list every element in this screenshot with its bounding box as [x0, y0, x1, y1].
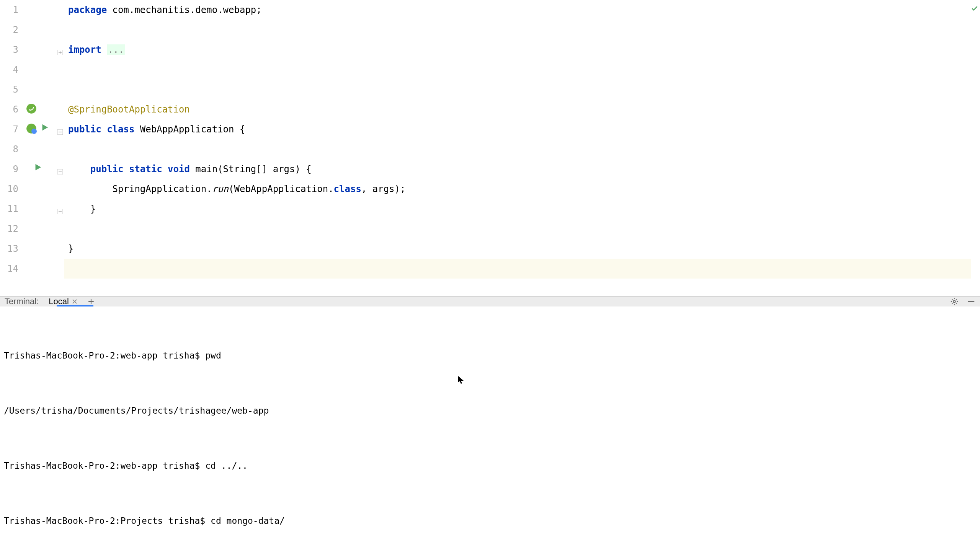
terminal-title: Terminal:: [5, 297, 39, 306]
editor-pane: 1 2 3 4 5 6 7 8 9 10 11 12 13 14: [0, 0, 980, 296]
editor-gutter: 1 2 3 4 5 6 7 8 9 10 11 12 13 14: [0, 0, 64, 296]
line-number: 11: [0, 199, 18, 219]
line-number: 2: [0, 20, 18, 40]
line-number: 9: [0, 159, 18, 179]
fold-expand-icon[interactable]: [57, 47, 63, 52]
terminal-pane: Terminal: Local + Trishas-MacBook-Pro-2:…: [0, 296, 980, 537]
close-tab-icon[interactable]: [72, 299, 77, 304]
line-number: 8: [0, 139, 18, 159]
line-number: 3: [0, 40, 18, 60]
code-line[interactable]: }: [68, 199, 96, 219]
fold-collapse-icon[interactable]: [57, 166, 63, 171]
terminal-body[interactable]: Trishas-MacBook-Pro-2:web-app trisha$ pw…: [0, 306, 980, 551]
line-number: 12: [0, 219, 18, 239]
line-number: 14: [0, 259, 18, 279]
fold-end-icon[interactable]: [57, 206, 63, 211]
svg-point-14: [953, 300, 956, 303]
current-line-highlight: [64, 259, 980, 279]
terminal-line: Trishas-MacBook-Pro-2:web-app trisha$ pw…: [4, 346, 976, 365]
code-line[interactable]: SpringApplication.run(WebAppApplication.…: [68, 179, 405, 199]
folded-region[interactable]: ...: [107, 44, 125, 55]
line-number: 1: [0, 0, 18, 20]
run-gutter-icon[interactable]: [41, 123, 53, 135]
svg-point-2: [31, 129, 37, 134]
line-number: 4: [0, 60, 18, 80]
line-number: 5: [0, 80, 18, 99]
spring-boot-icon[interactable]: [26, 123, 38, 135]
terminal-header: Terminal: Local +: [0, 297, 980, 306]
terminal-line: Trishas-MacBook-Pro-2:web-app trisha$ cd…: [4, 456, 976, 475]
line-number: 13: [0, 239, 18, 259]
line-number: 7: [0, 119, 18, 139]
code-line[interactable]: package com.mechanitis.demo.webapp;: [68, 0, 262, 20]
code-line[interactable]: import ...: [68, 40, 125, 60]
code-area[interactable]: package com.mechanitis.demo.webapp; impo…: [64, 0, 980, 296]
line-number: 6: [0, 99, 18, 119]
minimize-icon[interactable]: [967, 297, 975, 306]
spring-bean-icon[interactable]: [26, 103, 38, 116]
terminal-line: Trishas-MacBook-Pro-2:Projects trisha$ c…: [4, 512, 976, 530]
add-terminal-button[interactable]: +: [88, 298, 94, 305]
code-line[interactable]: public class WebAppApplication {: [68, 119, 245, 139]
code-line[interactable]: public static void main(String[] args) {: [68, 159, 312, 179]
run-gutter-icon[interactable]: [34, 163, 46, 175]
svg-point-0: [26, 104, 36, 114]
code-line[interactable]: @SpringBootApplication: [68, 99, 190, 119]
line-number: 10: [0, 179, 18, 199]
fold-collapse-icon[interactable]: [57, 126, 63, 132]
inspections-ok-icon[interactable]: [971, 4, 978, 15]
error-stripe[interactable]: [971, 0, 980, 296]
gear-icon[interactable]: [950, 297, 959, 306]
terminal-line: /Users/trisha/Documents/Projects/trishag…: [4, 401, 976, 420]
code-line[interactable]: }: [68, 239, 74, 259]
